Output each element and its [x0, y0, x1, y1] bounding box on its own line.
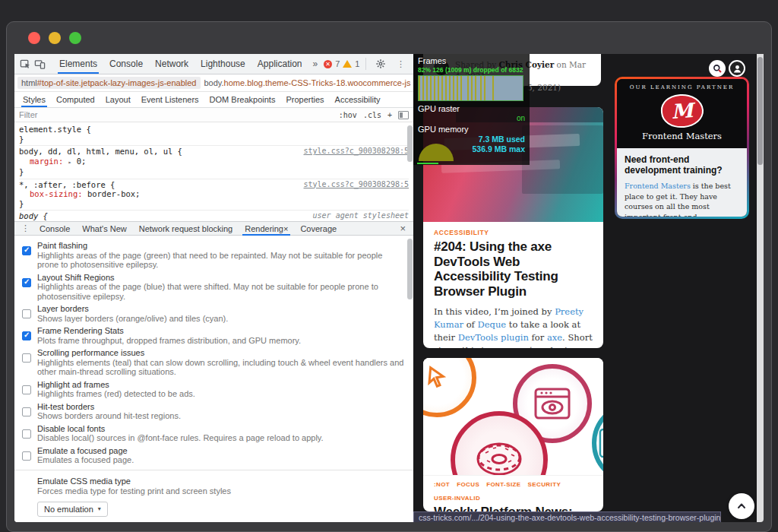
gpu-memory-label: GPU memory	[418, 125, 525, 135]
styles-subtab[interactable]: Computed	[51, 92, 100, 107]
rendering-option-description: Highlights frames (red) detected to be a…	[37, 389, 195, 399]
page-viewport: Shared by Chris Coyier on Mar 4, 2021 (U…	[413, 54, 764, 522]
sponsor-ad-card[interactable]: OUR LEARNING PARTNER M Frontend Masters …	[615, 77, 749, 219]
drawer-tab[interactable]: Coverage	[294, 222, 343, 235]
rendering-scrollbar-thumb[interactable]	[407, 239, 413, 299]
rendering-option-description: Emulates a focused page.	[37, 455, 134, 465]
zoom-window-button[interactable]	[69, 32, 81, 44]
devtools-tab[interactable]: Elements	[53, 54, 103, 74]
drawer-kebab-menu-icon[interactable]: ⋮	[17, 223, 33, 233]
traffic-lights	[28, 32, 81, 44]
styles-filter-input[interactable]	[19, 110, 333, 119]
article-category-link[interactable]: ACCESSIBILITY	[434, 229, 593, 236]
rendering-option: Frame Rendering Stats Plots frame throug…	[22, 326, 404, 345]
drawer-tab[interactable]: What's New	[76, 222, 132, 235]
devtools-tab[interactable]: Network	[149, 54, 194, 74]
drawer-tab[interactable]: Console	[33, 222, 76, 235]
style-rule[interactable]: style.css?c_900308298:5body, dd, dl, htm…	[19, 146, 409, 179]
rendering-checkbox[interactable]	[22, 246, 31, 255]
article-tag-link[interactable]: USER-INVALID	[434, 495, 480, 502]
ad-heading: Need front-end development training?	[625, 155, 739, 176]
rendering-checkbox[interactable]	[22, 278, 31, 287]
styles-filter-row: :hov .cls +	[14, 108, 413, 122]
rendering-option: Emulate a focused page Emulates a focuse…	[22, 446, 404, 465]
rendering-option-description: Highlights elements (teal) that can slow…	[37, 358, 404, 377]
rendering-option: Paint flashing Highlights areas of the p…	[22, 241, 404, 270]
toggle-hover-state-button[interactable]: :hov	[339, 111, 357, 119]
article-featured-image[interactable]	[423, 358, 603, 476]
rendering-pane: Paint flashing Highlights areas of the p…	[14, 236, 413, 522]
rendering-option-label: Emulate a focused page	[37, 446, 134, 456]
scroll-to-top-button[interactable]	[729, 493, 754, 519]
styles-subtab[interactable]: Styles	[17, 92, 51, 107]
rendering-option: Highlight ad frames Highlights frames (r…	[22, 380, 404, 399]
style-rule-user-agent[interactable]: user agent stylesheetbody { display: blo…	[19, 211, 409, 221]
rendering-checkbox[interactable]	[22, 385, 31, 394]
article-tag-link[interactable]: :NOT	[434, 481, 450, 488]
close-tab-icon: ×	[283, 224, 288, 233]
style-rule[interactable]: element.style { }	[19, 124, 409, 146]
page-scrollbar[interactable]	[757, 54, 764, 522]
article-card[interactable]: :NOTFOCUSFONT-SIZESECURITYUSER-INVALID W…	[423, 358, 603, 511]
warning-count[interactable]: 1	[355, 59, 359, 68]
settings-gear-icon[interactable]	[374, 57, 387, 71]
brand-name: Frontend Masters	[621, 131, 742, 141]
devtools-tab-bar: Elements Console Network Lighthouse Appl…	[53, 54, 308, 74]
devtools-panel: Elements Console Network Lighthouse Appl…	[14, 54, 413, 522]
cursor-icon	[423, 358, 476, 417]
search-button[interactable]	[709, 60, 726, 77]
article-title-link[interactable]: #204: Using the axe DevTools Web Accessi…	[434, 239, 593, 299]
frame-rendering-stats-hud: Frames 82% 126 (1009 m) dropped of 6832 …	[413, 54, 530, 165]
rendering-checkbox[interactable]	[22, 451, 31, 461]
page-scrollbar-thumb[interactable]	[757, 57, 763, 165]
inspect-element-icon[interactable]	[20, 57, 31, 71]
stylesheet-link[interactable]: style.css?c_900308298:5	[304, 180, 409, 190]
more-tabs-button[interactable]: »	[308, 59, 323, 69]
style-rule[interactable]: style.css?c_900308298:5*, :after, :befor…	[19, 179, 409, 211]
drawer-tab[interactable]: Network request blocking	[133, 222, 239, 235]
kebab-menu-icon[interactable]: ⋮	[394, 57, 407, 71]
rendering-checkbox[interactable]	[22, 309, 31, 318]
rendering-checkbox[interactable]	[22, 429, 31, 439]
screenshot-stage: Elements Console Network Lighthouse Appl…	[0, 0, 778, 532]
rendering-option-label: Disable local fonts	[37, 424, 324, 434]
toggle-class-button[interactable]: .cls	[363, 111, 381, 119]
status-url-tooltip: css-tricks.com/.../204-using-the-axe-dev…	[413, 511, 721, 522]
rendering-checkbox[interactable]	[22, 331, 31, 340]
stylesheet-link[interactable]: style.css?c_900308298:5	[304, 147, 409, 157]
device-toolbar-icon[interactable]	[34, 57, 46, 71]
styles-pane: element.style { } style.css?c_900308298:…	[14, 122, 413, 221]
article-tag-link[interactable]: SECURITY	[528, 481, 561, 488]
article-tag-link[interactable]: FONT-SIZE	[486, 481, 520, 488]
breadcrumb-html[interactable]: html#top-of-site.jetpack-lazy-images-js-…	[17, 77, 201, 89]
styles-subtab[interactable]: Accessibility	[330, 92, 386, 107]
close-window-button[interactable]	[28, 32, 40, 44]
devtools-tab[interactable]: Lighthouse	[194, 54, 251, 74]
rendering-option-label: Layer borders	[37, 304, 228, 314]
devtools-tab[interactable]: Application	[251, 54, 308, 74]
styles-scrollbar-thumb[interactable]	[407, 125, 413, 162]
styles-subtab[interactable]: Event Listeners	[136, 92, 204, 107]
close-drawer-icon[interactable]: ×	[395, 223, 410, 234]
rendering-option: Layer borders Shows layer borders (orang…	[22, 304, 404, 323]
account-button[interactable]	[729, 60, 745, 77]
breadcrumb-body[interactable]: body.home.blog.theme-CSS-Tricks-18.wooco…	[201, 77, 414, 89]
expand-arrow-icon[interactable]: ▸	[68, 159, 72, 166]
new-style-rule-button[interactable]: +	[387, 111, 392, 119]
error-count[interactable]: 7	[335, 59, 340, 68]
devtools-tab[interactable]: Console	[103, 54, 149, 74]
element-state-panel-icon[interactable]	[398, 111, 409, 119]
article-tag-link[interactable]: FOCUS	[457, 481, 479, 488]
media-type-select[interactable]: No emulation▾	[37, 502, 108, 517]
article-title-link[interactable]: Weekly Platform News: Focus Rings, Donut…	[434, 505, 593, 511]
minimize-window-button[interactable]	[49, 32, 61, 44]
styles-subtab[interactable]: Properties	[280, 92, 329, 107]
macos-titlebar[interactable]	[7, 22, 771, 54]
rendering-checkbox[interactable]	[22, 353, 31, 363]
rendering-checkbox[interactable]	[22, 407, 31, 416]
styles-subtab[interactable]: Layout	[100, 92, 136, 107]
frontend-masters-logo[interactable]: M	[661, 94, 703, 128]
element-breadcrumbs: html#top-of-site.jetpack-lazy-images-js-…	[14, 74, 413, 92]
styles-subtab[interactable]: DOM Breakpoints	[204, 92, 281, 107]
drawer-tab[interactable]: Rendering×	[239, 222, 294, 235]
